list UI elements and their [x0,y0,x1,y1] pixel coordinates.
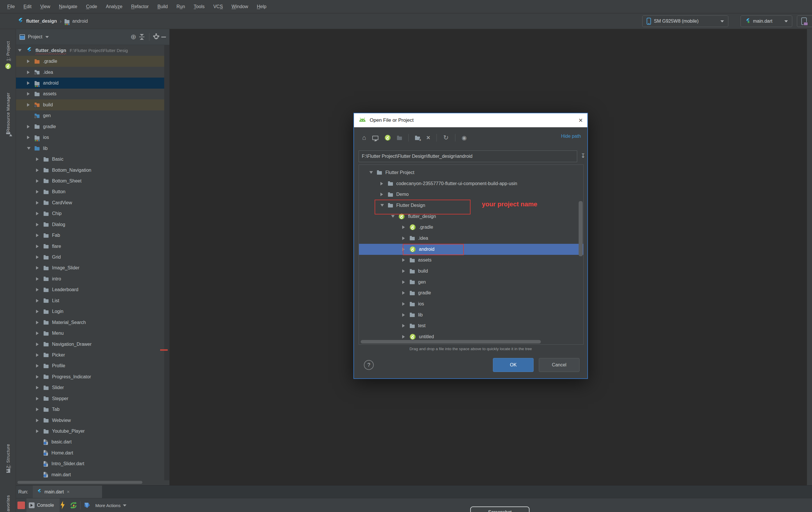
project-panel-title[interactable]: Project [28,34,42,39]
expand-arrow-icon[interactable] [36,157,39,161]
tab-console[interactable]: Console [26,498,60,512]
project-tree-row[interactable]: Slider [16,383,169,393]
hide-path-link[interactable]: Hide path [561,134,581,139]
project-tree-row[interactable]: ios [16,132,169,143]
project-tree-row[interactable]: Chip [16,208,169,219]
project-tree-row[interactable]: Grid [16,252,169,262]
expand-arrow-icon[interactable] [402,237,405,240]
expand-arrow-icon[interactable] [36,223,39,227]
breadcrumb-item[interactable]: android [72,19,88,24]
project-tree-row[interactable]: .idea [16,67,169,78]
expand-arrow-icon[interactable] [36,419,39,422]
project-tree-row[interactable]: Picker [16,350,169,360]
project-tree-row[interactable]: List [16,295,169,306]
expand-arrow-icon[interactable] [27,136,30,139]
menu-analyze[interactable]: Analyze [102,4,127,9]
expand-arrow-icon[interactable] [36,364,39,368]
ok-button[interactable]: OK [493,358,533,372]
help-button[interactable]: ? [364,360,374,370]
expand-arrow-icon[interactable] [36,310,39,313]
project-tree-row[interactable]: Stepper [16,393,169,404]
expand-arrow-icon[interactable] [36,179,39,183]
show-hidden-icon[interactable]: ◉ [462,134,467,141]
expand-arrow-icon[interactable] [36,169,39,172]
stripe-button-resource-manager[interactable]: Resource Manager [0,75,16,134]
expand-arrow-icon[interactable] [36,255,39,259]
expand-arrow-icon[interactable] [27,92,30,96]
expand-arrow-icon[interactable] [36,190,39,193]
expand-arrow-icon[interactable] [36,234,39,237]
menu-navigate[interactable]: Navigate [55,4,82,9]
collapse-arrow-icon[interactable] [369,171,373,174]
menu-tools[interactable]: Tools [190,4,209,9]
project-tree-row[interactable]: Button [16,186,169,197]
dialog-tree-row[interactable]: test [359,321,583,332]
expand-arrow-icon[interactable] [402,324,405,328]
expand-arrow-icon[interactable] [402,258,405,262]
expand-arrow-icon[interactable] [27,70,30,74]
dialog-tree-row[interactable]: Flutter Project [359,167,583,178]
desktop-icon[interactable] [372,136,378,140]
expand-arrow-icon[interactable] [36,429,39,433]
collapse-arrow-icon[interactable] [27,147,30,150]
more-actions-button[interactable]: More Actions [95,498,126,512]
expand-arrow-icon[interactable] [402,291,405,295]
expand-arrow-icon[interactable] [36,342,39,346]
project-tree-row[interactable]: Leaderboard [16,284,169,295]
expand-arrow-icon[interactable] [402,313,405,317]
dialog-tree-row[interactable]: .gradle [359,222,583,233]
expand-arrow-icon[interactable] [402,269,405,273]
project-tree-row[interactable]: Bottom_Sheet [16,176,169,186]
project-tree-row[interactable]: Intro_Slider.dart [16,458,169,469]
collapse-arrow-icon[interactable] [18,49,22,52]
expand-arrow-icon[interactable] [402,302,405,306]
expand-arrow-icon[interactable] [402,280,405,284]
locate-file-icon[interactable]: ⊕ [130,34,136,40]
dialog-tree-row[interactable]: Flutter Design [359,200,583,211]
hot-restart-icon[interactable] [69,501,78,511]
menu-edit[interactable]: Edit [19,4,36,9]
stop-button[interactable] [18,502,25,509]
project-tree-row[interactable]: Navigation_Drawer [16,339,169,350]
project-tree-row[interactable]: lib [16,143,169,154]
project-tree-row[interactable]: CardView [16,197,169,208]
path-input[interactable]: F:\Flutter Project\Flutter Design\flutte… [359,151,577,162]
dialog-tree-row[interactable]: flutter_design [359,211,583,222]
gear-icon[interactable] [154,35,158,39]
expand-arrow-icon[interactable] [36,201,39,205]
expand-arrow-icon[interactable] [27,60,30,63]
dart-devtools-icon[interactable] [83,502,91,510]
dialog-close-icon[interactable]: × [579,117,583,123]
project-tree-row[interactable]: Login [16,306,169,317]
project-tree-row[interactable]: build [16,99,169,110]
project-tree-row[interactable]: Menu [16,328,169,338]
dialog-tree-row[interactable]: gradle [359,288,583,299]
expand-arrow-icon[interactable] [36,375,39,379]
expand-arrow-icon[interactable] [36,408,39,411]
expand-arrow-icon[interactable] [402,225,405,229]
menu-code[interactable]: Code [82,4,102,9]
project-tree-row[interactable]: .gradle [16,56,169,66]
project-tree-row[interactable]: Profile [16,361,169,371]
collapse-arrow-icon[interactable] [380,204,384,207]
dialog-tree-row[interactable]: Demo [359,189,583,200]
project-tree-row[interactable]: Basic [16,154,169,164]
project-tree-root-row[interactable]: flutter_designF:\Flutter Project\Flutter… [16,45,169,56]
expand-arrow-icon[interactable] [36,353,39,357]
path-dropdown-icon[interactable]: ↧ [581,152,586,159]
dialog-tree-row[interactable]: lib [359,309,583,321]
menu-view[interactable]: View [36,4,54,9]
menu-refactor[interactable]: Refactor [127,4,153,9]
delete-icon[interactable]: × [426,134,430,142]
expand-arrow-icon[interactable] [36,386,39,389]
expand-arrow-icon[interactable] [36,288,39,292]
project-tree-vertical-scrollbar[interactable] [164,45,169,480]
expand-arrow-icon[interactable] [380,193,383,196]
project-tree-row[interactable]: assets [16,89,169,99]
expand-arrow-icon[interactable] [402,247,405,251]
expand-arrow-icon[interactable] [36,212,39,215]
menu-help[interactable]: Help [253,4,271,9]
device-frame-button[interactable] [797,16,812,27]
run-config-button[interactable]: main.dart [741,16,792,27]
stripe-button-favorites[interactable]: Favorites [0,482,16,512]
